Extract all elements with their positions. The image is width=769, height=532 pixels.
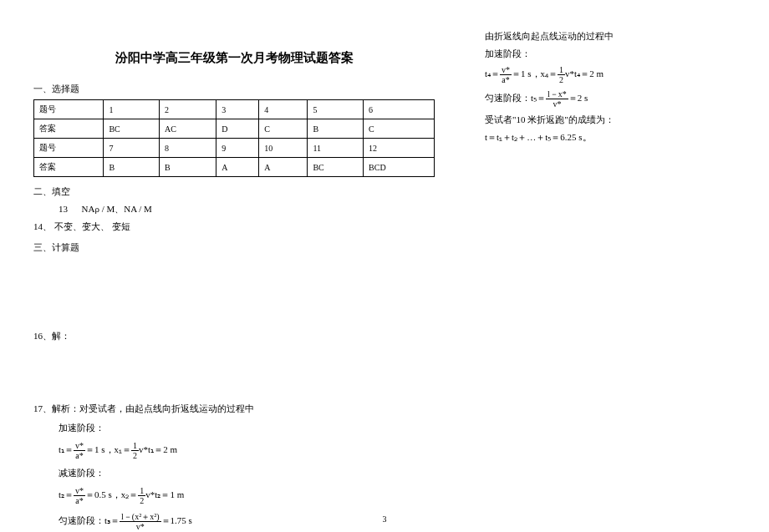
q13: 13 NAρ / M、NA / M [33, 203, 435, 215]
answer-table: 题号 1 2 3 4 5 6 答案 BC AC D C B C 题号 7 8 9… [33, 99, 435, 177]
table-row: 题号 7 8 9 10 11 12 [34, 139, 435, 158]
section-2-heading: 二、填空 [33, 185, 435, 198]
cell: BC [308, 158, 364, 177]
t2-den: a* [74, 496, 85, 505]
half-num3: 1 [558, 65, 565, 75]
cell: B [104, 158, 160, 177]
cell: B [160, 158, 216, 177]
cell: 9 [216, 139, 259, 158]
half-den2: 2 [138, 496, 145, 505]
q16: 16、解： [33, 330, 435, 342]
t3-den: v* [120, 522, 160, 531]
cell: 4 [259, 100, 308, 119]
t5-den: v* [546, 99, 568, 109]
decel-label: 减速阶段： [33, 467, 435, 479]
table-row: 答案 B B A A BC BCD [34, 158, 435, 177]
t2-prefix: t₂＝ [59, 489, 74, 499]
t1-equation: t₁＝v*a*＝1 s，x₁＝12v*t₁＝2 m [33, 441, 435, 460]
table-row: 题号 1 2 3 4 5 6 [34, 100, 435, 119]
q14: 14、 不变、变大、 变短 [33, 220, 435, 233]
half-num: 1 [131, 441, 139, 451]
cell: 答案 [34, 119, 104, 139]
cell: 题号 [34, 139, 104, 158]
t1-num: v* [74, 441, 85, 451]
t1-den: a* [74, 451, 85, 460]
col2-result2: t＝t₁＋t₂＋…＋t₅＝6.25 s。 [485, 131, 736, 144]
accel-label: 加速阶段： [33, 422, 435, 434]
cell: 1 [104, 100, 160, 119]
col2-line1: 由折返线向起点线运动的过程中 [485, 30, 736, 43]
t5-prefix: 匀速阶段：t₅＝ [485, 93, 546, 103]
cell: 12 [364, 139, 435, 158]
t4-prefix: t₄＝ [485, 68, 500, 79]
t4-den: a* [500, 75, 512, 84]
section-1-heading: 一、选择题 [33, 83, 435, 95]
t5-equation: 匀速阶段：t₅＝l－x*v*＝2 s [485, 89, 736, 109]
t2-mid: ＝0.5 s，x₂＝ [85, 489, 138, 499]
cell: D [216, 119, 259, 139]
t2-equation: t₂＝v*a*＝0.5 s，x₂＝12v*t₂＝1 m [33, 486, 435, 505]
section-3-heading: 三、计算题 [33, 241, 435, 254]
cell: C [364, 119, 435, 139]
t4-num: v* [500, 65, 512, 75]
q17-intro: 17、解析：对受试者，由起点线向折返线运动的过程中 [33, 403, 435, 415]
cell: A [259, 158, 308, 177]
t5-suffix: ＝2 s [568, 93, 588, 103]
half-den3: 2 [558, 75, 565, 84]
t2-suffix: v*t₂＝1 m [145, 489, 184, 499]
q13-text: NAρ / M、NA / M [82, 204, 152, 214]
cell: B [308, 119, 364, 139]
t3-num: l－(x²＋x²) [120, 512, 160, 522]
cell: A [216, 158, 259, 177]
t4-suffix: v*t₄＝2 m [565, 68, 603, 79]
t3-equation: 匀速阶段：t₃＝l－(x²＋x²)v*＝1.75 s [33, 512, 435, 531]
t4-equation: t₄＝v*a*＝1 s，x₄＝12v*t₄＝2 m [485, 65, 736, 84]
cell: 5 [308, 100, 364, 119]
cell: C [259, 119, 308, 139]
table-row: 答案 BC AC D C B C [34, 119, 435, 139]
t5-num: l－x* [546, 89, 568, 99]
cell: AC [160, 119, 216, 139]
half-num2: 1 [138, 486, 145, 496]
cell: 8 [160, 139, 216, 158]
cell: 11 [308, 139, 364, 158]
page-title: 汾阳中学高三年级第一次月考物理试题答案 [33, 50, 435, 66]
cell: 题号 [34, 100, 104, 119]
cell: 答案 [34, 158, 104, 177]
cell: BCD [364, 158, 435, 177]
t3-prefix: 匀速阶段：t₃＝ [59, 515, 120, 525]
col2-accel: 加速阶段： [485, 48, 736, 60]
cell: 7 [104, 139, 160, 158]
page-number: 3 [383, 514, 387, 524]
t2-num: v* [74, 486, 85, 496]
t3-suffix: ＝1.75 s [161, 515, 192, 525]
col2-result1: 受试者"10 米折返跑"的成绩为： [485, 114, 736, 126]
cell: 3 [216, 100, 259, 119]
t1-prefix: t₁＝ [59, 444, 74, 454]
q13-label: 13 [59, 204, 68, 214]
cell: 2 [160, 100, 216, 119]
t1-mid: ＝1 s，x₁＝ [85, 444, 131, 454]
cell: 10 [259, 139, 308, 158]
t4-mid: ＝1 s，x₄＝ [512, 68, 558, 79]
cell: 6 [364, 100, 435, 119]
half-den: 2 [131, 451, 139, 460]
cell: BC [104, 119, 160, 139]
t1-suffix: v*t₁＝2 m [139, 444, 177, 454]
